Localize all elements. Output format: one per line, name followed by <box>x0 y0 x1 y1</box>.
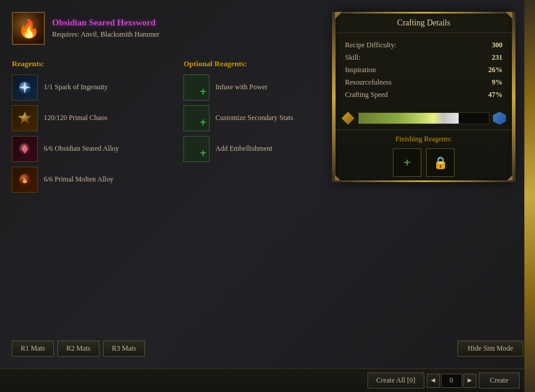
content-area: Reagents: 1/1 Spark of Ingenuity <box>12 59 523 357</box>
finishing-slot-lock-icon: 🔒 <box>433 155 448 170</box>
item-name: Obsidian Seared Hexsword <box>52 18 159 28</box>
item-name-block: Obsidian Seared Hexsword Requires: Anvil… <box>52 18 159 39</box>
stat-label-resourcefulness: Resourcefulness <box>345 78 392 87</box>
optional-icon-embellishment[interactable]: + <box>183 136 210 162</box>
gem-right-icon <box>493 112 506 125</box>
crafting-details-title: Crafting Details <box>336 12 512 33</box>
stat-row-difficulty: Recipe Difficulty: 300 <box>345 39 502 51</box>
optional-text-power: Infuse with Power <box>215 83 268 92</box>
progress-bar <box>358 112 489 124</box>
mat-buttons-group: R1 Mats R2 Mats R3 Mats <box>12 341 145 357</box>
crafting-stats-list: Recipe Difficulty: 300 Skill: 231 Inspir… <box>336 33 512 107</box>
hide-sim-mode-button[interactable]: Hide Sim Mode <box>457 341 523 357</box>
panel-right-decoration <box>512 12 515 182</box>
stat-value-difficulty: 300 <box>492 41 502 50</box>
reagent-text-spark: 1/1 Spark of Ingenuity <box>44 83 108 92</box>
footer-count: 0 <box>441 374 462 388</box>
reagent-text-molten: 6/6 Primal Molten Alloy <box>44 175 114 184</box>
item-requires: Requires: Anvil, Blacksmith Hammer <box>52 30 159 39</box>
plus-icon: + <box>200 116 207 129</box>
stat-row-resourcefulness: Resourcefulness 9% <box>345 76 502 89</box>
panel-left-decoration <box>332 12 336 182</box>
optional-icon-secondary[interactable]: + <box>183 105 210 131</box>
finishing-slot-lock[interactable]: 🔒 <box>426 148 455 177</box>
optional-text-embellishment: Add Embellishment <box>215 144 272 154</box>
reagent-icon-spark <box>12 74 38 101</box>
stat-value-skill: 231 <box>492 53 502 62</box>
reagent-text-obsidian: 6/6 Obsidian Seared Alloy <box>44 144 119 154</box>
r2-mats-button[interactable]: R2 Mats <box>57 341 99 357</box>
footer-bar: Create All [0] ◄ 0 ► Create <box>0 368 524 392</box>
optional-text-secondary: Customize Secondary Stats <box>215 114 293 123</box>
crafting-details-panel: Crafting Details Recipe Difficulty: 300 … <box>335 12 513 182</box>
list-item: 6/6 Primal Molten Alloy <box>12 167 178 193</box>
finishing-reagents-title: Finishing Reagents: <box>341 135 506 144</box>
list-item: 1/1 Spark of Ingenuity <box>12 74 178 101</box>
stat-row-inspiration: Inspiration 26% <box>345 64 502 76</box>
list-item: 6/6 Obsidian Seared Alloy <box>12 136 178 162</box>
stat-label-difficulty: Recipe Difficulty: <box>345 41 397 50</box>
optional-icon-power[interactable]: + <box>183 74 210 101</box>
finishing-slots: + 🔒 <box>341 148 506 177</box>
r3-mats-button[interactable]: R3 Mats <box>103 341 145 357</box>
optional-reagents-panel: Optional Reagents: + Infuse with Power +… <box>183 59 325 167</box>
stat-row-skill: Skill: 231 <box>345 51 502 64</box>
stat-value-crafting-speed: 47% <box>488 90 502 99</box>
list-item[interactable]: + Infuse with Power <box>183 74 325 101</box>
progress-bar-fill <box>359 113 459 124</box>
finishing-slot-add[interactable]: + <box>393 148 421 177</box>
reagents-label: Reagents: <box>12 59 178 69</box>
finishing-reagents-section: Finishing Reagents: + 🔒 <box>336 129 512 182</box>
stat-label-inspiration: Inspiration <box>345 66 376 74</box>
reagent-text-chaos: 120/120 Primal Chaos <box>44 114 107 123</box>
plus-icon: + <box>200 147 207 160</box>
progress-area <box>336 107 512 129</box>
stat-value-resourcefulness: 9% <box>492 78 502 87</box>
main-container: 🔥 Obsidian Seared Hexsword Requires: Anv… <box>0 0 535 392</box>
reagent-icon-molten <box>12 167 38 193</box>
stat-label-crafting-speed: Crafting Speed <box>345 90 388 99</box>
create-all-button[interactable]: Create All [0] <box>368 372 424 388</box>
nav-prev-button[interactable]: ◄ <box>427 374 440 388</box>
plus-icon: + <box>200 85 207 99</box>
stat-label-skill: Skill: <box>345 53 360 62</box>
reagent-icon-chaos <box>12 105 38 131</box>
reagents-panel: Reagents: 1/1 Spark of Ingenuity <box>12 59 178 197</box>
svg-marker-2 <box>18 111 32 124</box>
list-item[interactable]: + Add Embellishment <box>183 136 325 162</box>
action-buttons-row: R1 Mats R2 Mats R3 Mats Hide Sim Mode <box>12 341 523 357</box>
stat-row-crafting-speed: Crafting Speed 47% <box>345 89 502 101</box>
item-header: 🔥 Obsidian Seared Hexsword Requires: Anv… <box>12 12 159 45</box>
right-edge-decoration <box>524 0 535 392</box>
stat-value-inspiration: 26% <box>488 66 502 74</box>
reagent-icon-obsidian <box>12 136 38 162</box>
footer-nav: ◄ 0 ► <box>427 374 476 388</box>
nav-next-button[interactable]: ► <box>463 374 476 388</box>
list-item[interactable]: + Customize Secondary Stats <box>183 105 325 131</box>
item-icon: 🔥 <box>12 12 45 45</box>
gem-left-icon <box>341 112 354 125</box>
create-button[interactable]: Create <box>479 372 520 388</box>
item-icon-image: 🔥 <box>18 18 40 39</box>
finishing-slot-plus-icon: + <box>404 155 411 170</box>
list-item: 120/120 Primal Chaos <box>12 105 178 131</box>
r1-mats-button[interactable]: R1 Mats <box>12 341 54 357</box>
optional-reagents-label: Optional Reagents: <box>183 59 325 69</box>
